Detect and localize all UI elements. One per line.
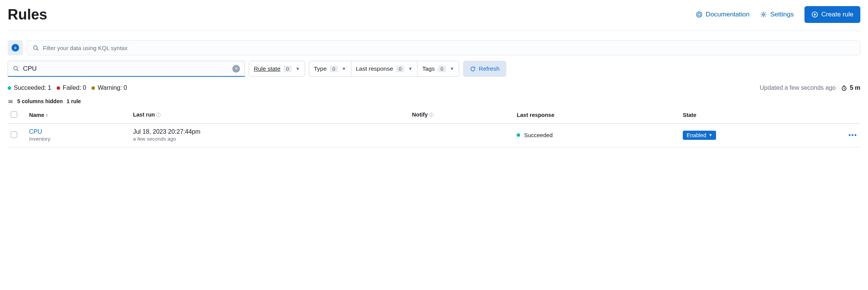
close-icon: ✕ xyxy=(235,66,238,71)
chevron-down-icon: ▼ xyxy=(342,66,346,71)
status-succeeded-text: Succeeded: 1 xyxy=(14,84,51,91)
page-title: Rules xyxy=(8,6,47,23)
svg-point-1 xyxy=(698,13,701,16)
info-icon: ⓘ xyxy=(429,112,434,118)
info-icon: ⓘ xyxy=(156,112,161,118)
status-warning-text: Warning: 0 xyxy=(98,84,127,91)
status-failed[interactable]: Failed: 0 xyxy=(57,84,86,91)
kql-input[interactable] xyxy=(43,45,855,51)
last-response-count: 0 xyxy=(396,66,404,72)
select-all-checkbox[interactable] xyxy=(11,111,17,118)
column-last-response[interactable]: Last response xyxy=(514,107,680,124)
last-response-filter[interactable]: Last response 0 ▼ xyxy=(351,61,418,77)
settings-link[interactable]: Settings xyxy=(760,11,793,18)
chevron-down-icon: ▼ xyxy=(408,66,413,71)
tags-label: Tags xyxy=(422,65,435,72)
documentation-link[interactable]: Documentation xyxy=(696,11,749,18)
rule-state-count: 0 xyxy=(284,66,292,72)
plus-circle-icon xyxy=(811,11,818,18)
refresh-button[interactable]: Refresh xyxy=(463,61,506,77)
create-rule-button[interactable]: Create rule xyxy=(804,6,860,23)
column-name[interactable]: Name↑ xyxy=(26,107,130,124)
status-dot-yellow xyxy=(91,86,95,90)
rule-type-text: Inventory xyxy=(29,136,127,142)
search-icon xyxy=(33,45,39,51)
settings-label: Settings xyxy=(770,11,793,18)
rule-name-link[interactable]: CPU xyxy=(29,128,127,135)
response-text: Succeeded xyxy=(524,132,553,138)
rule-state-filter[interactable]: Rule state 0 ▼ xyxy=(249,61,305,77)
create-rule-label: Create rule xyxy=(821,11,853,18)
status-dot-green xyxy=(8,86,11,90)
refresh-label: Refresh xyxy=(479,65,499,72)
search-input-container[interactable]: ✕ xyxy=(8,61,245,77)
type-count: 0 xyxy=(330,66,338,72)
tags-count: 0 xyxy=(438,66,446,72)
type-filter[interactable]: Type 0 ▼ xyxy=(309,61,351,77)
header-actions: Documentation Settings Create rule xyxy=(696,6,860,23)
search-input[interactable] xyxy=(23,65,232,73)
rule-state-label: Rule state xyxy=(254,65,281,72)
updated-text: Updated a few seconds ago xyxy=(760,84,835,91)
svg-point-5 xyxy=(14,66,18,70)
search-icon xyxy=(13,65,19,72)
status-dot-red xyxy=(57,86,60,90)
plus-icon: + xyxy=(11,44,19,52)
chevron-down-icon: ▼ xyxy=(295,66,300,71)
status-succeeded[interactable]: Succeeded: 1 xyxy=(8,84,51,91)
status-summary: Succeeded: 1 Failed: 0 Warning: 0 xyxy=(8,84,127,91)
columns-hidden-text[interactable]: 5 columns hidden xyxy=(17,98,63,104)
column-notify[interactable]: Notifyⓘ xyxy=(409,107,514,124)
refresh-icon xyxy=(470,66,476,72)
documentation-label: Documentation xyxy=(706,11,749,18)
rule-count-text: 1 rule xyxy=(67,98,81,104)
columns-icon xyxy=(8,99,13,104)
svg-point-4 xyxy=(34,45,38,49)
type-label: Type xyxy=(314,65,327,72)
documentation-icon xyxy=(696,11,703,18)
gear-icon xyxy=(760,11,767,18)
timer-icon xyxy=(841,85,847,91)
column-state[interactable]: State xyxy=(680,107,830,124)
table-row: CPU Inventory Jul 18, 2023 20:27:44pm a … xyxy=(8,124,860,147)
chevron-down-icon: ▼ xyxy=(708,133,712,137)
svg-point-2 xyxy=(763,14,765,16)
last-run-ago: a few seconds ago xyxy=(133,136,406,142)
column-last-run[interactable]: Last runⓘ xyxy=(130,107,409,124)
chevron-down-icon: ▼ xyxy=(450,66,454,71)
kql-input-container[interactable] xyxy=(27,40,860,55)
row-checkbox[interactable] xyxy=(11,131,17,138)
last-response-label: Last response xyxy=(356,65,393,72)
state-toggle[interactable]: Enabled ▼ xyxy=(683,131,716,140)
response-dot-green xyxy=(517,133,520,137)
status-warning[interactable]: Warning: 0 xyxy=(91,84,127,91)
row-actions-button[interactable]: ••• xyxy=(848,132,857,138)
more-horizontal-icon: ••• xyxy=(848,132,857,138)
add-filter-button[interactable]: + xyxy=(8,40,23,55)
tags-filter[interactable]: Tags 0 ▼ xyxy=(418,61,459,77)
last-run-date: Jul 18, 2023 20:27:44pm xyxy=(133,128,406,135)
svg-point-0 xyxy=(697,12,702,17)
status-failed-text: Failed: 0 xyxy=(63,84,86,91)
sort-ascending-icon: ↑ xyxy=(46,112,49,118)
clear-search-button[interactable]: ✕ xyxy=(232,65,240,73)
state-label: Enabled xyxy=(687,132,706,138)
interval-text: 5 m xyxy=(850,84,860,91)
auto-refresh-interval[interactable]: 5 m xyxy=(841,84,860,91)
